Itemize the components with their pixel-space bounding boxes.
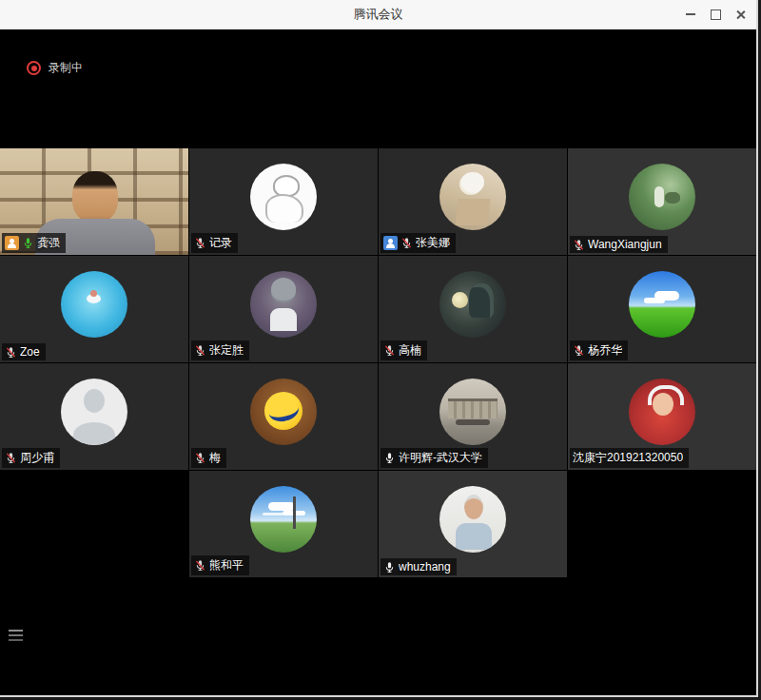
participant-tile[interactable]: 记录 [189, 148, 378, 255]
participant-name-label: 许明辉-武汉大学 [380, 448, 488, 468]
role-badge [5, 236, 19, 250]
participant-name-label: 杨乔华 [570, 340, 628, 360]
participant-tile[interactable]: WangXiangjun [568, 148, 756, 255]
window-title: 腾讯会议 [354, 6, 403, 23]
participant-avatar [61, 271, 127, 338]
participant-tile[interactable]: 许明辉-武汉大学 [379, 363, 567, 470]
participant-avatar [439, 379, 506, 445]
mic-icon [573, 239, 585, 251]
participant-name: 张美娜 [416, 235, 450, 251]
participant-name-label: 周少甫 [2, 448, 60, 468]
participant-avatar [629, 164, 695, 230]
participant-avatar [439, 164, 506, 230]
participant-name: WangXiangjun [588, 238, 662, 251]
titlebar: 腾讯会议 [0, 0, 756, 29]
minimize-icon [686, 13, 695, 15]
participant-name: 许明辉-武汉大学 [399, 450, 482, 466]
recording-label: 录制中 [49, 60, 83, 76]
recording-indicator: 录制中 [27, 60, 83, 76]
mic-icon [194, 559, 206, 572]
participant-tile[interactable]: 杨乔华 [568, 256, 756, 362]
participant-name: 梅 [209, 450, 221, 466]
participant-name: 熊和平 [209, 557, 244, 574]
participant-avatar [629, 379, 695, 445]
window-controls [678, 0, 752, 29]
participant-avatar [250, 164, 317, 230]
participant-name-label: 熊和平 [191, 555, 249, 575]
participant-name-label: whuzhang [380, 558, 457, 575]
participant-name: 周少甫 [20, 450, 54, 466]
mic-icon [5, 452, 17, 464]
mic-icon [573, 344, 585, 357]
participant-tile[interactable]: 梅 [189, 363, 378, 470]
participant-name: whuzhang [399, 560, 451, 574]
participant-tile[interactable]: 熊和平 [189, 471, 378, 577]
mic-icon [383, 561, 396, 574]
mic-icon [194, 237, 206, 249]
participant-name: 张定胜 [209, 342, 244, 359]
participant-name-label: 张美娜 [380, 233, 456, 253]
mic-icon [400, 237, 413, 249]
participant-tile[interactable]: 周少甫 [0, 363, 188, 470]
participant-tile[interactable]: 高楠 [379, 256, 567, 362]
participant-name-label: 梅 [191, 448, 226, 468]
participant-tile[interactable]: 张定胜 [189, 256, 378, 362]
participant-name-label: 高楠 [380, 340, 427, 360]
mic-icon [5, 346, 17, 359]
participant-tile[interactable]: 张美娜 [379, 148, 567, 255]
participant-avatar [250, 486, 317, 553]
participant-name-label: 记录 [191, 233, 238, 253]
mic-icon [383, 452, 396, 464]
list-layout-icon [9, 630, 23, 632]
participant-avatar [629, 271, 695, 338]
participant-name: 杨乔华 [588, 342, 622, 359]
participant-avatar [250, 271, 317, 338]
role-badge [383, 236, 398, 250]
participant-tile[interactable]: 沈康宁201921320050 [568, 363, 756, 470]
minimize-button[interactable] [678, 2, 703, 27]
participant-tile[interactable]: 龚强 [0, 148, 188, 255]
recording-dot-icon [27, 61, 41, 75]
participant-name: Zoe [20, 345, 40, 359]
maximize-button[interactable] [703, 2, 728, 27]
participant-name-label: Zoe [2, 343, 46, 360]
participant-name: 龚强 [37, 235, 60, 251]
close-button[interactable] [728, 2, 752, 27]
participant-name-label: 龚强 [2, 233, 66, 253]
layout-toggle-button[interactable] [9, 626, 29, 645]
participant-avatar [61, 379, 127, 445]
mic-icon [22, 237, 34, 249]
participant-name: 记录 [209, 235, 232, 251]
participant-name: 高楠 [399, 342, 421, 359]
meeting-window: 腾讯会议 录制中 龚强 [0, 0, 758, 697]
participant-name-label: 张定胜 [191, 340, 249, 360]
mic-icon [383, 344, 396, 357]
participant-name: 沈康宁201921320050 [573, 450, 683, 466]
participant-avatar [439, 486, 506, 553]
participant-tile[interactable]: Zoe [0, 256, 188, 362]
participant-avatar [439, 271, 506, 338]
close-icon [735, 10, 746, 20]
participant-tile[interactable]: whuzhang [379, 471, 567, 577]
participant-name-label: 沈康宁201921320050 [570, 448, 689, 468]
maximize-icon [711, 10, 721, 20]
participant-avatar [250, 379, 317, 445]
meeting-area: 录制中 龚强 记录 [0, 29, 756, 695]
participant-name-label: WangXiangjun [570, 236, 668, 253]
mic-icon [194, 344, 206, 357]
mic-icon [194, 452, 206, 464]
participant-grid: 龚强 记录 张美娜 [0, 148, 756, 577]
